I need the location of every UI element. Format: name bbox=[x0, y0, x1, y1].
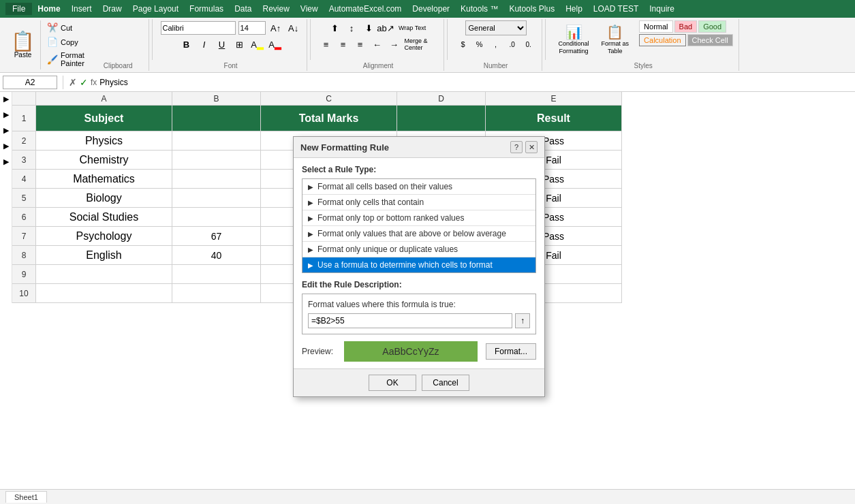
modal-footer: OK Cancel bbox=[294, 368, 544, 396]
new-formatting-rule-dialog: New Formatting Rule ? ✕ Select a Rule Ty… bbox=[293, 136, 545, 397]
rule-item-3-label: Format only top or bottom ranked values bbox=[317, 213, 464, 223]
rule-arrow-3: ▶ bbox=[308, 215, 313, 222]
rule-arrow-2: ▶ bbox=[308, 199, 313, 206]
rule-item-4[interactable]: ▶ Format only values that are above or b… bbox=[302, 225, 535, 241]
rule-type-list: ▶ Format all cells based on their values… bbox=[302, 178, 536, 273]
modal-body: Select a Rule Type: ▶ Format all cells b… bbox=[294, 158, 544, 368]
modal-close-button[interactable]: ✕ bbox=[525, 141, 538, 153]
preview-box: AaBbCcYyZz bbox=[344, 341, 478, 362]
preview-label: Preview: bbox=[302, 347, 336, 356]
edit-rule-label: Edit the Rule Description: bbox=[302, 280, 536, 289]
rule-item-1[interactable]: ▶ Format all cells based on their values bbox=[302, 179, 535, 194]
formula-ref-button[interactable]: ↑ bbox=[515, 313, 530, 328]
rule-arrow-4: ▶ bbox=[308, 230, 313, 238]
rule-item-3[interactable]: ▶ Format only top or bottom ranked value… bbox=[302, 210, 535, 225]
ok-button[interactable]: OK bbox=[369, 375, 416, 391]
rule-arrow-1: ▶ bbox=[308, 183, 313, 191]
rule-item-5-label: Format only unique or duplicate values bbox=[317, 245, 458, 254]
formula-text-input[interactable] bbox=[308, 313, 512, 328]
rule-item-6[interactable]: ▶ Use a formula to determine which cells… bbox=[302, 257, 535, 272]
formula-section: Format values where this formula is true… bbox=[302, 294, 536, 334]
rule-arrow-6: ▶ bbox=[308, 262, 313, 269]
modal-help-button[interactable]: ? bbox=[510, 141, 523, 153]
rule-arrow-5: ▶ bbox=[308, 246, 313, 253]
modal-titlebar: New Formatting Rule ? ✕ bbox=[294, 137, 544, 158]
rule-item-2-label: Format only cells that contain bbox=[317, 198, 424, 207]
edit-rule-section: Edit the Rule Description: Format values… bbox=[302, 280, 536, 362]
rule-item-5[interactable]: ▶ Format only unique or duplicate values bbox=[302, 241, 535, 257]
format-button[interactable]: Format... bbox=[486, 343, 536, 360]
rule-item-1-label: Format all cells based on their values bbox=[317, 182, 452, 191]
modal-overlay: New Formatting Rule ? ✕ Select a Rule Ty… bbox=[0, 0, 855, 504]
modal-title: New Formatting Rule bbox=[300, 142, 389, 153]
cancel-button[interactable]: Cancel bbox=[422, 375, 469, 391]
formula-section-label: Format values where this formula is true… bbox=[308, 300, 530, 309]
rule-type-label: Select a Rule Type: bbox=[302, 165, 536, 174]
rule-item-2[interactable]: ▶ Format only cells that contain bbox=[302, 194, 535, 210]
modal-controls: ? ✕ bbox=[510, 141, 538, 153]
preview-row: Preview: AaBbCcYyZz Format... bbox=[302, 341, 536, 362]
rule-item-4-label: Format only values that are above or bel… bbox=[317, 229, 506, 238]
formula-input-row: ↑ bbox=[308, 313, 530, 328]
rule-item-6-label: Use a formula to determine which cells t… bbox=[317, 260, 493, 270]
